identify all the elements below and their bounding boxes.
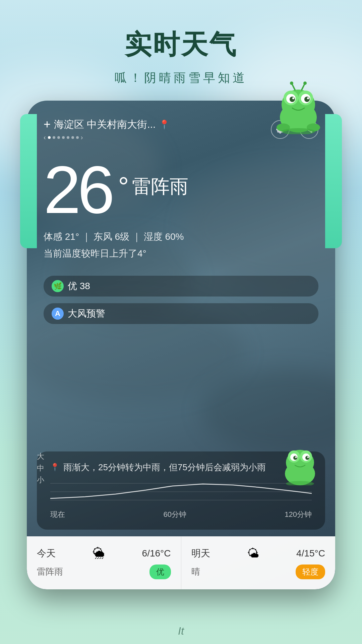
rain-label-large: 大: [37, 451, 54, 462]
next-location-icon[interactable]: ›: [81, 133, 83, 141]
rain-label-small: 小: [37, 475, 54, 485]
svg-point-28: [307, 456, 309, 458]
location-area: + 海淀区 中关村南大街... 📍 ‹: [44, 117, 170, 141]
prev-location-icon[interactable]: ‹: [44, 133, 46, 141]
weather-type: 雷阵雨: [132, 174, 188, 200]
aqi-badge[interactable]: 🌿 优 38: [44, 276, 318, 297]
degree-weather: ° 雷阵雨: [118, 171, 188, 202]
svg-point-8: [292, 97, 294, 99]
svg-point-25: [293, 456, 297, 460]
rain-chart-container: 大 中 小: [50, 480, 312, 520]
dot-1: [48, 136, 51, 139]
rain-chart: 现在 60分钟 120分钟: [50, 480, 312, 520]
svg-point-26: [305, 456, 309, 460]
aqi-value: 优 38: [68, 280, 90, 292]
svg-point-9: [307, 97, 309, 99]
side-accent-left: [20, 114, 37, 248]
badges-row: 🌿 优 38 A 大风预警: [44, 276, 318, 324]
degree-symbol: °: [118, 171, 129, 202]
rain-description: 雨渐大，25分钟转为中雨，但75分钟后会减弱为小雨: [63, 462, 266, 473]
header-section: 实时天气 呱！阴晴雨雪早知道: [0, 0, 362, 86]
alert-icon: A: [52, 308, 64, 320]
dot-4: [62, 136, 65, 139]
dot-7: [76, 136, 79, 139]
temp-info: ° 雷阵雨: [118, 161, 188, 209]
detail-line-1: 体感 21° ｜ 东风 6级 ｜ 湿度 60%: [44, 228, 318, 245]
phone-screen: + 海淀区 中关村南大街... 📍 ‹: [27, 101, 335, 589]
temperature-section: 26 ° 雷阵雨 体感 21° ｜ 东风 6级 ｜ 湿度 60: [44, 161, 318, 262]
weather-details: 体感 21° ｜ 东风 6级 ｜ 湿度 60% 当前温度较昨日上升了4°: [44, 228, 318, 262]
main-title: 实时天气: [0, 27, 362, 63]
location-pin-icon: 📍: [159, 119, 170, 130]
location-dots: ‹ ›: [44, 133, 170, 141]
bottom-text: It: [0, 625, 362, 637]
add-location-button[interactable]: +: [44, 117, 51, 131]
frog-top-decoration: [272, 80, 325, 134]
location-text: 海淀区 中关村南大街...: [54, 118, 156, 131]
rain-label-medium: 中: [37, 463, 54, 473]
svg-point-11: [290, 82, 293, 85]
svg-point-13: [303, 82, 307, 85]
rain-y-labels: 大 中 小: [37, 451, 54, 485]
svg-point-7: [304, 97, 310, 102]
warning-text: 大风预警: [68, 307, 105, 320]
time-120: 120分钟: [285, 509, 312, 520]
detail-line-2: 当前温度较昨日上升了4°: [44, 245, 318, 262]
dot-2: [53, 136, 55, 139]
time-now: 现在: [50, 509, 65, 520]
dot-5: [67, 136, 69, 139]
temp-row: 26 ° 雷阵雨: [44, 161, 318, 218]
dot-3: [57, 136, 60, 139]
svg-point-6: [290, 97, 295, 102]
time-60: 60分钟: [163, 509, 186, 520]
rain-header: 📍 雨渐大，25分钟转为中雨，但75分钟后会减弱为小雨: [50, 462, 312, 473]
rain-x-labels: 现在 60分钟 120分钟: [50, 509, 312, 520]
wind-warning-badge[interactable]: A 大风预警: [44, 303, 318, 324]
dot-6: [71, 136, 74, 139]
phone-container: + 海淀区 中关村南大街... 📍 ‹: [27, 101, 335, 589]
svg-point-27: [295, 456, 297, 458]
temperature-value: 26: [44, 161, 111, 218]
frog-bottom-decoration: [278, 442, 322, 485]
leaf-icon: 🌿: [52, 280, 64, 292]
side-accent-right: [325, 114, 342, 248]
